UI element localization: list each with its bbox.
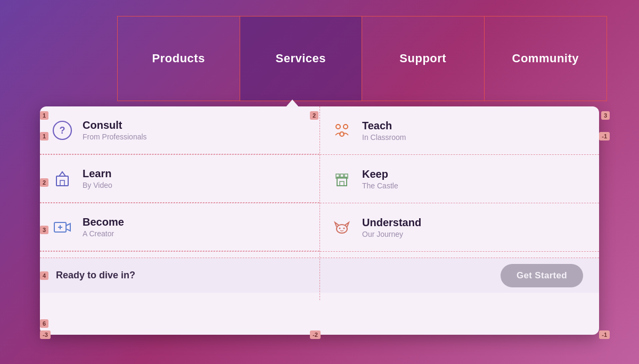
coord-left-4: 4 xyxy=(40,271,48,280)
svg-rect-12 xyxy=(340,181,344,186)
svg-point-2 xyxy=(336,125,340,129)
understand-subtitle: Our Journey xyxy=(362,230,421,238)
coord-bot-n2: -2 xyxy=(310,330,321,339)
coord-left-3: 3 xyxy=(40,226,48,234)
nav-item-support[interactable]: Support xyxy=(362,16,485,101)
service-keep[interactable]: Keep The Castle xyxy=(320,155,599,203)
keep-icon xyxy=(330,167,354,191)
svg-text:?: ? xyxy=(60,125,65,136)
services-dropdown: ? Consult From Professionals Te xyxy=(40,106,599,335)
coord-top-3: 3 xyxy=(601,111,610,120)
become-icon xyxy=(51,216,74,239)
coord-bot-n1: -1 xyxy=(599,330,610,339)
become-title: Become xyxy=(83,216,124,228)
learn-icon xyxy=(51,167,74,191)
service-learn[interactable]: Learn By Video xyxy=(40,155,320,203)
panel-divider-vertical xyxy=(320,106,320,300)
nav-item-services[interactable]: Services xyxy=(240,16,363,101)
teach-subtitle: In Classroom xyxy=(362,133,406,142)
nav-item-community[interactable]: Community xyxy=(485,16,607,101)
footer-text: Ready to dive in? xyxy=(56,270,135,281)
coord-left-1: 1 xyxy=(40,132,48,140)
teach-icon xyxy=(330,119,354,142)
svg-point-16 xyxy=(337,225,347,233)
keep-title: Keep xyxy=(362,168,398,180)
keep-subtitle: The Castle xyxy=(362,181,398,190)
consult-icon: ? xyxy=(51,119,74,142)
coord-left-2: 2 xyxy=(40,178,48,187)
coord-top-1: 1 xyxy=(40,111,48,120)
nav-item-products[interactable]: Products xyxy=(118,16,240,101)
consult-subtitle: From Professionals xyxy=(83,133,147,141)
coord-right-n1: -1 xyxy=(599,132,610,140)
become-subtitle: A Creator xyxy=(83,229,124,238)
svg-point-17 xyxy=(339,228,341,229)
svg-rect-6 xyxy=(60,180,64,186)
svg-point-3 xyxy=(343,125,348,129)
svg-point-18 xyxy=(343,228,345,229)
understand-icon xyxy=(330,216,354,239)
nav-bar: Products Services Support Community xyxy=(117,16,607,101)
service-become[interactable]: Become A Creator xyxy=(40,203,320,251)
service-teach[interactable]: Teach In Classroom xyxy=(320,106,599,154)
coord-top-2: 2 xyxy=(310,111,318,120)
coord-bot-n3: -3 xyxy=(40,330,51,339)
coord-left-6: 6 xyxy=(40,319,48,328)
learn-title: Learn xyxy=(83,168,112,180)
teach-title: Teach xyxy=(362,120,406,132)
dropdown-arrow xyxy=(285,100,300,108)
learn-subtitle: By Video xyxy=(83,181,112,189)
service-consult[interactable]: ? Consult From Professionals xyxy=(40,106,320,154)
service-understand[interactable]: Understand Our Journey xyxy=(320,203,599,251)
consult-title: Consult xyxy=(83,119,147,131)
understand-title: Understand xyxy=(362,217,421,229)
get-started-button[interactable]: Get Started xyxy=(501,264,583,287)
svg-rect-5 xyxy=(56,176,68,186)
